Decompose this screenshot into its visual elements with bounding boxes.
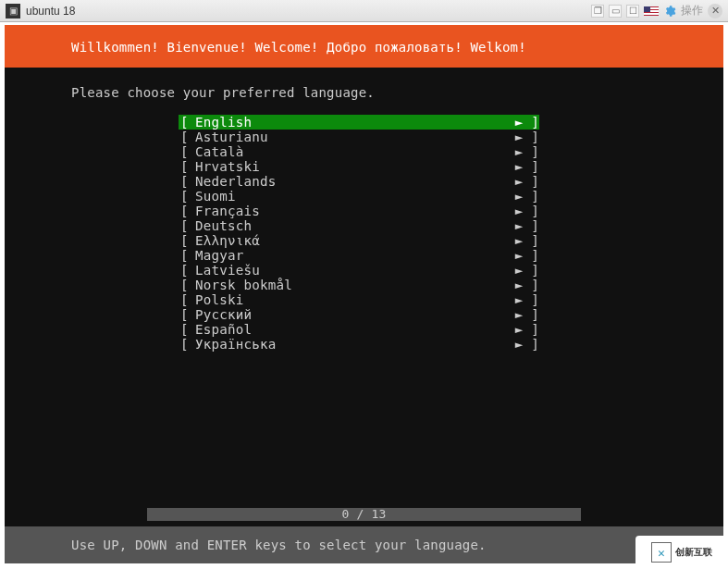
bracket-open: [ <box>179 322 195 337</box>
language-name: Français <box>195 204 513 218</box>
language-name: Ελληνικά <box>195 233 513 248</box>
chevron-right-icon: ► ] <box>513 189 539 204</box>
bracket-open: [ <box>179 263 195 278</box>
gear-icon[interactable] <box>663 5 676 18</box>
language-option[interactable]: [ Español► ] <box>179 322 539 337</box>
language-name: Magyar <box>195 248 513 263</box>
language-name: Suomi <box>195 189 513 204</box>
watermark: ✕ 创新互联 <box>635 536 728 569</box>
language-name: Latviešu <box>195 263 513 278</box>
language-name: Hrvatski <box>195 159 513 174</box>
ops-label[interactable]: 操作 <box>681 3 703 19</box>
language-name: Nederlands <box>195 174 513 189</box>
footer-hint: Use UP, DOWN and ENTER keys to select yo… <box>5 526 723 563</box>
language-option[interactable]: [ Hrvatski► ] <box>179 159 539 174</box>
language-option[interactable]: [ Deutsch► ] <box>179 218 539 233</box>
language-option[interactable]: [ Latviešu► ] <box>179 263 539 278</box>
prompt-text: Please choose your preferred language. <box>5 68 723 115</box>
chevron-right-icon: ► ] <box>513 218 539 233</box>
language-name: Asturianu <box>195 130 513 144</box>
language-name: Norsk bokmål <box>195 278 513 292</box>
language-name: Polski <box>195 292 513 307</box>
language-option[interactable]: [ Українська► ] <box>179 337 539 352</box>
bracket-open: [ <box>179 144 195 159</box>
language-name: Català <box>195 144 513 159</box>
installer-screen: Willkommen! Bienvenue! Welcome! Добро по… <box>5 25 723 563</box>
language-option[interactable]: [ Français► ] <box>179 204 539 218</box>
chevron-right-icon: ► ] <box>513 144 539 159</box>
chevron-right-icon: ► ] <box>513 115 539 130</box>
vm-icon: ▣ <box>6 4 20 19</box>
watermark-text: 创新互联 <box>675 546 712 559</box>
language-option[interactable]: [ Nederlands► ] <box>179 174 539 189</box>
chevron-right-icon: ► ] <box>513 248 539 263</box>
tablet-icon[interactable]: ▭ <box>609 5 622 18</box>
vm-titlebar: ▣ ubuntu 18 ❐ ▭ ☐ 操作 ✕ <box>0 0 728 22</box>
language-option[interactable]: [ Magyar► ] <box>179 248 539 263</box>
bracket-open: [ <box>179 233 195 248</box>
bracket-open: [ <box>179 307 195 322</box>
language-option[interactable]: [ Asturianu► ] <box>179 130 539 144</box>
bracket-open: [ <box>179 189 195 204</box>
chevron-right-icon: ► ] <box>513 263 539 278</box>
watermark-logo-icon: ✕ <box>651 542 672 563</box>
language-option[interactable]: [ Català► ] <box>179 144 539 159</box>
progress-bar: 0 / 13 <box>5 508 723 521</box>
language-option[interactable]: [ Polski► ] <box>179 292 539 307</box>
chevron-right-icon: ► ] <box>513 337 539 352</box>
chevron-right-icon: ► ] <box>513 322 539 337</box>
language-name: Deutsch <box>195 218 513 233</box>
chevron-right-icon: ► ] <box>513 174 539 189</box>
bracket-open: [ <box>179 174 195 189</box>
language-name: English <box>195 115 513 130</box>
language-list[interactable]: [ English► ][ Asturianu► ][ Català► ][ H… <box>179 115 539 352</box>
vm-content: Willkommen! Bienvenue! Welcome! Добро по… <box>0 22 728 569</box>
bracket-open: [ <box>179 278 195 292</box>
bracket-open: [ <box>179 218 195 233</box>
language-option[interactable]: [ English► ] <box>179 115 539 130</box>
chevron-right-icon: ► ] <box>513 292 539 307</box>
bracket-open: [ <box>179 337 195 352</box>
bracket-open: [ <box>179 248 195 263</box>
chevron-right-icon: ► ] <box>513 278 539 292</box>
chevron-right-icon: ► ] <box>513 204 539 218</box>
bracket-open: [ <box>179 292 195 307</box>
language-option[interactable]: [ Suomi► ] <box>179 189 539 204</box>
device-icon[interactable]: ☐ <box>626 5 639 18</box>
language-name: Español <box>195 322 513 337</box>
language-option[interactable]: [ Русский► ] <box>179 307 539 322</box>
language-option[interactable]: [ Ελληνικά► ] <box>179 233 539 248</box>
vm-title: ubuntu 18 <box>26 5 75 18</box>
welcome-header: Willkommen! Bienvenue! Welcome! Добро по… <box>5 25 723 68</box>
language-option[interactable]: [ Norsk bokmål► ] <box>179 278 539 292</box>
flag-icon[interactable] <box>644 6 659 16</box>
language-name: Українська <box>195 337 513 352</box>
bracket-open: [ <box>179 159 195 174</box>
bracket-open: [ <box>179 115 195 130</box>
progress-text: 0 / 13 <box>147 508 581 521</box>
screen-icon[interactable]: ❐ <box>591 5 604 18</box>
chevron-right-icon: ► ] <box>513 159 539 174</box>
language-name: Русский <box>195 307 513 322</box>
bracket-open: [ <box>179 130 195 144</box>
titlebar-controls: ❐ ▭ ☐ 操作 ✕ <box>591 3 722 19</box>
chevron-right-icon: ► ] <box>513 130 539 144</box>
chevron-right-icon: ► ] <box>513 233 539 248</box>
bracket-open: [ <box>179 204 195 218</box>
chevron-right-icon: ► ] <box>513 307 539 322</box>
close-icon[interactable]: ✕ <box>708 4 722 19</box>
